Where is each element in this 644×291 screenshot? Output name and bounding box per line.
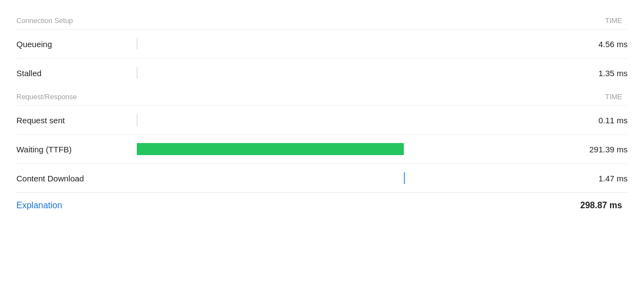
queueing-time: 4.56 ms [567, 39, 628, 49]
waiting-ttfb-bar-area [137, 140, 567, 158]
content-download-blue-tick [404, 172, 405, 184]
queueing-bar-area [137, 35, 567, 53]
stalled-tick [137, 67, 137, 79]
connection-setup-time-label: TIME [605, 16, 628, 25]
total-time: 298.87 ms [580, 201, 628, 210]
waiting-ttfb-label: Waiting (TTFB) [16, 145, 137, 154]
connection-setup-label: Connection Setup [16, 16, 73, 25]
waiting-ttfb-time: 291.39 ms [567, 145, 628, 154]
waiting-ttfb-row: Waiting (TTFB) 291.39 ms [16, 134, 628, 163]
request-sent-bar-area [137, 111, 567, 129]
content-download-bar-area [137, 169, 567, 187]
explanation-link[interactable]: Explanation [16, 201, 62, 210]
request-sent-row: Request sent 0.11 ms [16, 105, 628, 134]
stalled-row: Stalled 1.35 ms [16, 58, 628, 87]
request-response-label: Request/Response [16, 93, 77, 101]
timing-panel: Connection Setup TIME Queueing 4.56 ms S… [0, 0, 644, 291]
stalled-label: Stalled [16, 69, 137, 78]
content-download-label: Content Download [16, 174, 137, 183]
request-response-time-label: TIME [605, 93, 628, 101]
content-download-time: 1.47 ms [567, 174, 628, 183]
waiting-ttfb-green-bar [137, 143, 404, 155]
queueing-row: Queueing 4.56 ms [16, 29, 628, 58]
stalled-time: 1.35 ms [567, 69, 628, 78]
queueing-label: Queueing [16, 39, 137, 49]
queueing-tick [137, 38, 137, 50]
content-download-row: Content Download 1.47 ms [16, 163, 628, 192]
footer-row: Explanation 298.87 ms [16, 192, 628, 213]
stalled-bar-area [137, 64, 567, 82]
request-sent-tick [137, 114, 137, 126]
connection-setup-header: Connection Setup TIME [16, 11, 628, 29]
request-sent-time: 0.11 ms [567, 116, 628, 125]
request-sent-label: Request sent [16, 116, 137, 125]
request-response-header: Request/Response TIME [16, 87, 628, 105]
